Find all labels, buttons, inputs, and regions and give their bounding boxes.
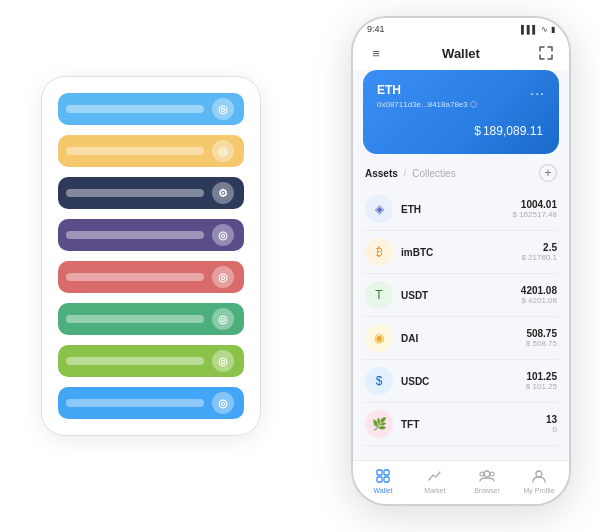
eth-card-menu[interactable]: ... <box>530 82 545 98</box>
currency-symbol: $ <box>474 124 481 138</box>
eth-card[interactable]: ETH ... 0x08711d3e...8418a78e3 ⬡ $189,08… <box>363 70 559 154</box>
eth-card-balance: $189,089.11 <box>377 117 545 140</box>
svg-rect-1 <box>384 470 389 475</box>
status-bar: 9:41 ▌▌▌ ∿ ▮ <box>353 18 569 38</box>
asset-name: USDT <box>401 290 521 301</box>
status-time: 9:41 <box>367 24 385 34</box>
asset-amount-usd: 0 <box>546 425 557 434</box>
assets-tab-active[interactable]: Assets <box>365 168 398 179</box>
eth-card-title: ETH <box>377 83 401 97</box>
assets-tabs: Assets / Collecties <box>365 168 456 179</box>
asset-row[interactable]: ₿imBTC2.5$ 21760.1 <box>363 231 559 274</box>
phone-header: ≡ Wallet <box>353 38 569 70</box>
asset-amount-main: 508.75 <box>526 328 557 339</box>
nav-icon-wallet <box>374 467 392 485</box>
asset-name: TFT <box>401 419 546 430</box>
svg-point-7 <box>536 471 542 477</box>
asset-name: ETH <box>401 204 513 215</box>
phone-content: ETH ... 0x08711d3e...8418a78e3 ⬡ $189,08… <box>353 70 569 460</box>
nav-label-wallet: Wallet <box>373 487 392 494</box>
bg-panel-row[interactable]: ◎ <box>58 261 244 293</box>
eth-card-address: 0x08711d3e...8418a78e3 ⬡ <box>377 100 545 109</box>
bg-panel-row[interactable]: ◎ <box>58 345 244 377</box>
asset-list: ◈ETH1004.01$ 162517.48₿imBTC2.5$ 21760.1… <box>363 188 559 460</box>
asset-amount-usd: $ 4201.08 <box>521 296 557 305</box>
asset-row[interactable]: ◉DAI508.75$ 508.75 <box>363 317 559 360</box>
nav-label-market: Market <box>424 487 445 494</box>
bg-panel-row[interactable]: ◎ <box>58 219 244 251</box>
asset-amounts: 4201.08$ 4201.08 <box>521 285 557 305</box>
asset-row[interactable]: 🌿TFT130 <box>363 403 559 446</box>
bottom-nav: WalletMarketBrowserMy Profile <box>353 460 569 504</box>
menu-icon[interactable]: ≡ <box>367 44 385 62</box>
add-asset-button[interactable]: + <box>539 164 557 182</box>
nav-label-browser: Browser <box>474 487 500 494</box>
asset-name: imBTC <box>401 247 521 258</box>
asset-amount-main: 13 <box>546 414 557 425</box>
wifi-icon: ∿ <box>541 25 548 34</box>
nav-icon-market <box>426 467 444 485</box>
signal-icon: ▌▌▌ <box>521 25 538 34</box>
asset-amount-main: 2.5 <box>521 242 557 253</box>
asset-amount-main: 4201.08 <box>521 285 557 296</box>
asset-icon: 🌿 <box>365 410 393 438</box>
background-panel: ◎◎⚙◎◎◎◎◎ <box>41 76 261 436</box>
nav-item-wallet[interactable]: Wallet <box>363 467 403 494</box>
asset-amounts: 1004.01$ 162517.48 <box>513 199 558 219</box>
assets-bar: Assets / Collecties + <box>363 164 559 182</box>
bg-panel-row[interactable]: ◎ <box>58 93 244 125</box>
expand-icon[interactable] <box>537 44 555 62</box>
asset-amount-usd: $ 21760.1 <box>521 253 557 262</box>
asset-icon: ◈ <box>365 195 393 223</box>
svg-point-4 <box>484 471 490 477</box>
asset-name: DAI <box>401 333 526 344</box>
asset-amount-main: 101.25 <box>526 371 557 382</box>
nav-label-my-profile: My Profile <box>523 487 554 494</box>
bg-panel-row[interactable]: ◎ <box>58 387 244 419</box>
nav-item-market[interactable]: Market <box>415 467 455 494</box>
nav-item-my-profile[interactable]: My Profile <box>519 467 559 494</box>
asset-amounts: 130 <box>546 414 557 434</box>
svg-rect-3 <box>384 477 389 482</box>
header-title: Wallet <box>442 46 480 61</box>
svg-rect-0 <box>377 470 382 475</box>
svg-rect-2 <box>377 477 382 482</box>
assets-tab-collecties[interactable]: Collecties <box>412 168 455 179</box>
asset-icon: ₿ <box>365 238 393 266</box>
asset-amounts: 508.75$ 508.75 <box>526 328 557 348</box>
phone-frame: 9:41 ▌▌▌ ∿ ▮ ≡ Wallet ETH <box>351 16 571 506</box>
asset-row[interactable]: TUSDT4201.08$ 4201.08 <box>363 274 559 317</box>
asset-amounts: 2.5$ 21760.1 <box>521 242 557 262</box>
eth-card-header: ETH ... <box>377 82 545 98</box>
asset-icon: T <box>365 281 393 309</box>
bg-panel-row[interactable]: ⚙ <box>58 177 244 209</box>
asset-row[interactable]: ◈ETH1004.01$ 162517.48 <box>363 188 559 231</box>
nav-item-browser[interactable]: Browser <box>467 467 507 494</box>
nav-icon-browser <box>478 467 496 485</box>
nav-icon-my-profile <box>530 467 548 485</box>
asset-name: USDC <box>401 376 526 387</box>
asset-icon: $ <box>365 367 393 395</box>
status-icons: ▌▌▌ ∿ ▮ <box>521 25 555 34</box>
tab-separator: / <box>404 168 407 178</box>
asset-amount-usd: $ 508.75 <box>526 339 557 348</box>
asset-icon: ◉ <box>365 324 393 352</box>
bg-panel-row[interactable]: ◎ <box>58 303 244 335</box>
asset-amounts: 101.25$ 101.25 <box>526 371 557 391</box>
asset-amount-usd: $ 162517.48 <box>513 210 558 219</box>
asset-amount-main: 1004.01 <box>513 199 558 210</box>
asset-amount-usd: $ 101.25 <box>526 382 557 391</box>
battery-icon: ▮ <box>551 25 555 34</box>
asset-row[interactable]: $USDC101.25$ 101.25 <box>363 360 559 403</box>
scene: ◎◎⚙◎◎◎◎◎ 9:41 ▌▌▌ ∿ ▮ ≡ Wallet <box>21 16 581 516</box>
bg-panel-row[interactable]: ◎ <box>58 135 244 167</box>
